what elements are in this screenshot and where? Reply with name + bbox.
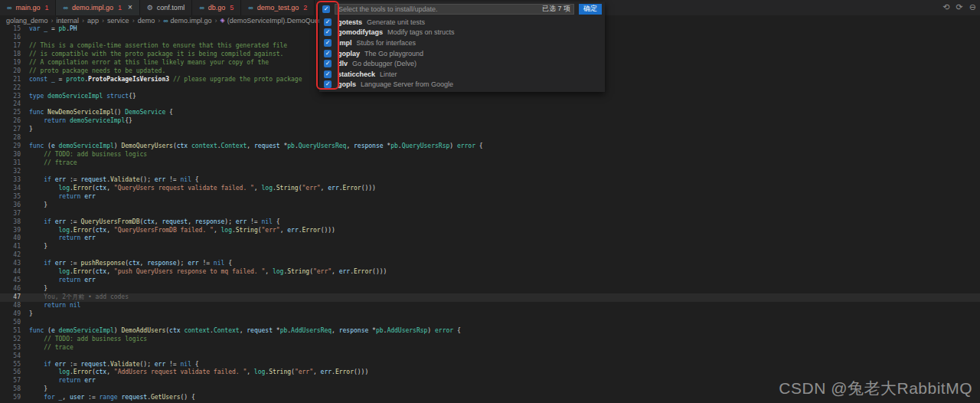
toggle-all-checkbox[interactable]: ✓	[322, 5, 330, 13]
breadcrumb-item-2[interactable]: internal	[57, 17, 80, 25]
tab-conf.toml[interactable]: ⚙conf.toml	[140, 0, 193, 15]
breadcrumb-separator: ›	[132, 17, 135, 25]
tool-name: gopls	[338, 80, 356, 88]
code-line[interactable]: 31 // ftrace	[0, 159, 980, 168]
code-line[interactable]: 47 You, 2个月前 • add codes	[0, 293, 980, 302]
code-line[interactable]: 34 log.Error(ctx, "QueryUsers request va…	[0, 185, 980, 193]
code-line[interactable]: 30 // TODO: add business logics	[0, 151, 980, 159]
go-back-icon[interactable]: ⟲	[942, 2, 949, 12]
code-line[interactable]: 24	[0, 100, 980, 109]
code-text: for _, user := range request.GetUsers() …	[29, 394, 195, 402]
line-number: 50	[0, 319, 21, 327]
code-line[interactable]: 29func (e demoServiceImpl) DemoQueryUser…	[0, 143, 980, 151]
code-line[interactable]: 51func (e demoServiceImpl) DemoAddUsers(…	[0, 327, 980, 336]
toml-file-icon: ⚙	[147, 4, 153, 11]
code-line[interactable]: 33 if err := request.Validate(); err != …	[0, 176, 980, 185]
tab-demo_test.go[interactable]: ∞demo_test.go2	[241, 0, 315, 15]
editor-actions: ⟲⟳⊖	[942, 2, 976, 12]
tool-item-gotests[interactable]: ✓gotestsGenerate unit tests	[319, 17, 605, 28]
close-icon[interactable]: ×	[128, 4, 132, 11]
code-text: return err	[29, 277, 96, 285]
breadcrumb-item-5[interactable]: demo	[138, 17, 155, 25]
code-line[interactable]: 54	[0, 352, 980, 361]
breadcrumb-item-4[interactable]: service	[107, 17, 129, 25]
tab-demo.impl.go[interactable]: ∞demo.impl.go1×	[56, 0, 139, 15]
tool-checkbox[interactable]: ✓	[324, 18, 332, 26]
code-text: if err := pushResponse(ctx, response); e…	[29, 260, 232, 268]
selected-count-badge: 已选 7 项	[542, 4, 570, 14]
line-number: 35	[0, 193, 21, 202]
tab-main.go[interactable]: ∞main.go1	[0, 0, 56, 15]
code-line[interactable]: 36 }	[0, 202, 980, 210]
tool-checkbox[interactable]: ✓	[324, 50, 332, 57]
breadcrumb-separator: ›	[102, 17, 104, 25]
breadcrumb-label: demo	[138, 17, 155, 25]
code-text: return nil	[29, 302, 80, 310]
quickpick-header: ✓ Select the tools to install/update. 已选…	[319, 2, 605, 16]
code-line[interactable]: 27}	[0, 126, 980, 134]
code-line[interactable]: 25func NewDemoServiceImpl() DemoService …	[0, 109, 980, 117]
code-text: log.Error(ctx, "push QueryUsers response…	[29, 268, 387, 277]
code-line[interactable]: 41 }	[0, 243, 980, 251]
tool-checkbox[interactable]: ✓	[324, 80, 332, 88]
code-line[interactable]: 35 return err	[0, 193, 980, 202]
tool-checkbox[interactable]: ✓	[324, 60, 332, 67]
tab-db.go[interactable]: ∞db.go5	[192, 0, 241, 15]
tool-name: staticcheck	[338, 70, 375, 78]
code-line[interactable]: 39 log.Error(ctx, "QueryUsersFromDB fail…	[0, 227, 980, 235]
code-line[interactable]: 23type demoServiceImpl struct{}	[0, 93, 980, 101]
tool-item-goplay[interactable]: ✓goplayThe Go playground	[319, 48, 605, 59]
code-line[interactable]: 40 return err	[0, 234, 980, 243]
code-line[interactable]: 43 if err := pushResponse(ctx, response)…	[0, 260, 980, 268]
tool-item-dlv[interactable]: ✓dlvGo debugger (Delve)	[319, 58, 605, 69]
code-text: // TODO: add business logics	[29, 151, 147, 159]
code-text: }	[29, 285, 47, 293]
more-actions-icon[interactable]: ⊖	[969, 2, 976, 12]
code-line[interactable]: 32	[0, 168, 980, 176]
code-line[interactable]: 56 log.Error(ctx, "AddUsers request vali…	[0, 369, 980, 377]
code-line[interactable]: 28	[0, 134, 980, 143]
method-symbol-icon: ◈	[220, 17, 225, 24]
code-line[interactable]: 52 // TODO: add business logics	[0, 336, 980, 344]
go-forward-icon[interactable]: ⟳	[956, 2, 963, 12]
tool-description: Language Server from Google	[361, 80, 453, 88]
quickpick-item-list: ✓gotestsGenerate unit tests✓gomodifytags…	[319, 16, 605, 92]
code-line[interactable]: 37	[0, 210, 980, 218]
tool-item-impl[interactable]: ✓implStubs for interfaces	[319, 38, 605, 48]
breadcrumb-label: golang_demo	[6, 17, 48, 25]
code-text: // TODO: add business logics	[29, 336, 147, 344]
code-text: }	[29, 310, 33, 319]
breadcrumb-item-1[interactable]: golang_demo	[6, 17, 48, 25]
tool-item-staticcheck[interactable]: ✓staticcheckLinter	[319, 69, 605, 80]
tool-checkbox[interactable]: ✓	[324, 28, 332, 36]
code-line[interactable]: 49}	[0, 310, 980, 319]
code-line[interactable]: 48 return nil	[0, 302, 980, 310]
code-line[interactable]: 53 // trace	[0, 344, 980, 352]
code-line[interactable]: 42	[0, 251, 980, 260]
breadcrumb-item-6[interactable]: ∞demo.impl.go	[163, 17, 211, 25]
tool-checkbox[interactable]: ✓	[324, 39, 332, 47]
quickpick-input[interactable]: Select the tools to install/update. 已选 7…	[335, 4, 574, 15]
code-line[interactable]: 45 return err	[0, 277, 980, 285]
tool-item-gopls[interactable]: ✓goplsLanguage Server from Google	[319, 80, 605, 90]
line-number: 19	[0, 59, 21, 67]
tool-item-gomodifytags[interactable]: ✓gomodifytagsModify tags on structs	[319, 28, 605, 38]
code-text: const _ = proto.ProtoPackageIsVersion3 /…	[29, 76, 302, 84]
code-line[interactable]: 26 return demoServiceImpl{}	[0, 117, 980, 126]
code-line[interactable]: 38 if err := QueryUsersFromDB(ctx, reque…	[0, 218, 980, 227]
line-number: 42	[0, 251, 21, 260]
code-line[interactable]: 55 if err := request.Validate(); err != …	[0, 361, 980, 369]
code-line[interactable]: 46 }	[0, 285, 980, 293]
line-number: 20	[0, 67, 21, 76]
code-text: // proto package needs to be updated.	[29, 67, 165, 76]
code-line[interactable]: 44 log.Error(ctx, "push QueryUsers respo…	[0, 268, 980, 277]
tool-description: Go debugger (Delve)	[352, 60, 416, 67]
tool-name: dlv	[338, 60, 348, 67]
breadcrumb-label: service	[107, 17, 129, 25]
ok-button[interactable]: 确定	[579, 4, 602, 15]
code-line[interactable]: 50	[0, 319, 980, 327]
tab-label: db.go	[208, 4, 226, 11]
code-text: func NewDemoServiceImpl() DemoService {	[29, 109, 173, 117]
breadcrumb-item-3[interactable]: app	[87, 17, 99, 25]
tool-checkbox[interactable]: ✓	[324, 70, 332, 78]
